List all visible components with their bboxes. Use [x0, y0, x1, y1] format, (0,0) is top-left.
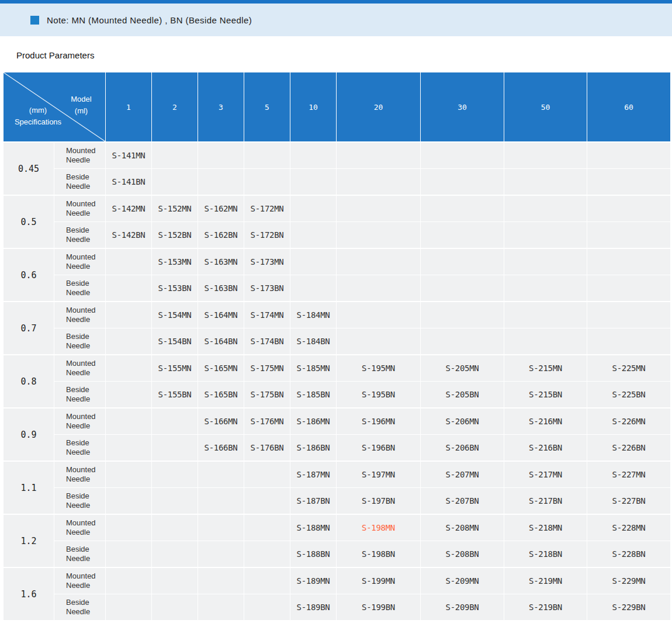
mounted-needle-label: MountedNeedle [54, 143, 105, 168]
model-cell: S-197MN [337, 462, 420, 487]
model-cell: S-195MN [337, 355, 420, 381]
model-cell: S-185BN [290, 382, 336, 407]
empty-cell [198, 515, 244, 541]
empty-cell [198, 541, 244, 567]
mounted-needle-label: MountedNeedle [54, 249, 105, 275]
model-cell: S-172BN [244, 222, 290, 248]
model-cell: S-206BN [421, 435, 504, 461]
beside-needle-label: BesideNeedle [54, 435, 105, 461]
empty-cell [421, 275, 504, 301]
model-cell: S-216MN [504, 408, 587, 434]
empty-cell [587, 143, 670, 168]
spec-value: 1.2 [4, 515, 54, 567]
model-cell: S-166BN [198, 435, 244, 461]
empty-cell [152, 488, 198, 514]
spec-group-0.7: 0.7MountedNeedleS-154MNS-164MNS-174MNS-1… [4, 302, 670, 354]
empty-cell [244, 462, 290, 487]
spec-group-1.1: 1.1MountedNeedleS-187MNS-197MNS-207MNS-2… [4, 462, 670, 514]
empty-cell [504, 275, 587, 301]
empty-cell [244, 541, 290, 567]
model-cell: S-165BN [198, 382, 244, 407]
beside-needle-label: BesideNeedle [54, 541, 105, 567]
spec-value: 0.7 [4, 302, 54, 354]
model-cell: S-209BN [421, 594, 504, 620]
model-cell: S-205MN [421, 355, 504, 381]
empty-cell [198, 568, 244, 594]
model-cell: S-184BN [290, 328, 336, 354]
empty-cell [504, 328, 587, 354]
empty-cell [106, 328, 151, 354]
empty-cell [152, 515, 198, 541]
model-cell: S-228BN [587, 541, 670, 567]
empty-cell [106, 275, 151, 301]
empty-cell [504, 169, 587, 195]
model-cell: S-162MN [198, 196, 244, 221]
column-header-30ml: 30 [421, 72, 504, 141]
model-cell: S-196MN [337, 408, 420, 434]
model-cell: S-227MN [587, 462, 670, 487]
model-cell: S-174BN [244, 328, 290, 354]
empty-cell [337, 196, 420, 221]
model-cell: S-225MN [587, 355, 670, 381]
empty-cell [421, 302, 504, 328]
table-body: 0.45MountedNeedleS-141MNBesideNeedleS-14… [4, 143, 670, 620]
model-cell: S-206MN [421, 408, 504, 434]
empty-cell [152, 169, 198, 195]
empty-cell [244, 143, 290, 168]
empty-cell [198, 143, 244, 168]
model-cell: S-217BN [504, 488, 587, 514]
model-cell: S-215BN [504, 382, 587, 407]
model-cell: S-152MN [152, 196, 198, 221]
empty-cell [290, 222, 336, 248]
model-cell: S-141BN [106, 169, 151, 195]
model-cell: S-163BN [198, 275, 244, 301]
column-header-60ml: 60 [587, 72, 670, 141]
model-cell: S-162BN [198, 222, 244, 248]
beside-needle-label: BesideNeedle [54, 382, 105, 407]
note-banner: Note: MN (Mounted Needle) , BN (Beside N… [0, 4, 672, 36]
model-cell: S-164BN [198, 328, 244, 354]
empty-cell [504, 196, 587, 221]
spec-group-0.8: 0.8MountedNeedleS-155MNS-165MNS-175MNS-1… [4, 355, 670, 407]
model-cell: S-189BN [290, 594, 336, 620]
empty-cell [244, 488, 290, 514]
spec-group-1.6: 1.6MountedNeedleS-189MNS-199MNS-209MNS-2… [4, 568, 670, 620]
empty-cell [244, 515, 290, 541]
model-cell: S-229MN [587, 568, 670, 594]
beside-needle-label: BesideNeedle [54, 222, 105, 248]
model-cell: S-216BN [504, 435, 587, 461]
empty-cell [337, 275, 420, 301]
empty-cell [587, 302, 670, 328]
empty-cell [337, 249, 420, 275]
model-cell: S-226BN [587, 435, 670, 461]
model-cell: S-228MN [587, 515, 670, 541]
empty-cell [106, 541, 151, 567]
model-cell: S-218MN [504, 515, 587, 541]
mounted-needle-label: MountedNeedle [54, 462, 105, 487]
model-cell: S-188MN [290, 515, 336, 541]
empty-cell [587, 222, 670, 248]
column-header-2ml: 2 [152, 72, 198, 141]
column-header-10ml: 10 [290, 72, 336, 141]
table-corner-cell: Model (ml) (mm) Specifications [4, 72, 105, 141]
empty-cell [152, 594, 198, 620]
empty-cell [587, 275, 670, 301]
model-cell: S-172MN [244, 196, 290, 221]
model-cell: S-225BN [587, 382, 670, 407]
empty-cell [290, 249, 336, 275]
empty-cell [504, 249, 587, 275]
empty-cell [421, 249, 504, 275]
model-cell: S-208MN [421, 515, 504, 541]
model-cell: S-175BN [244, 382, 290, 407]
model-cell: S-199BN [337, 594, 420, 620]
empty-cell [587, 328, 670, 354]
empty-cell [504, 143, 587, 168]
empty-cell [337, 328, 420, 354]
spec-value: 0.6 [4, 249, 54, 301]
note-bullet-icon [30, 16, 39, 25]
empty-cell [421, 196, 504, 221]
empty-cell [587, 169, 670, 195]
model-cell: S-185MN [290, 355, 336, 381]
empty-cell [106, 408, 151, 434]
empty-cell [244, 169, 290, 195]
